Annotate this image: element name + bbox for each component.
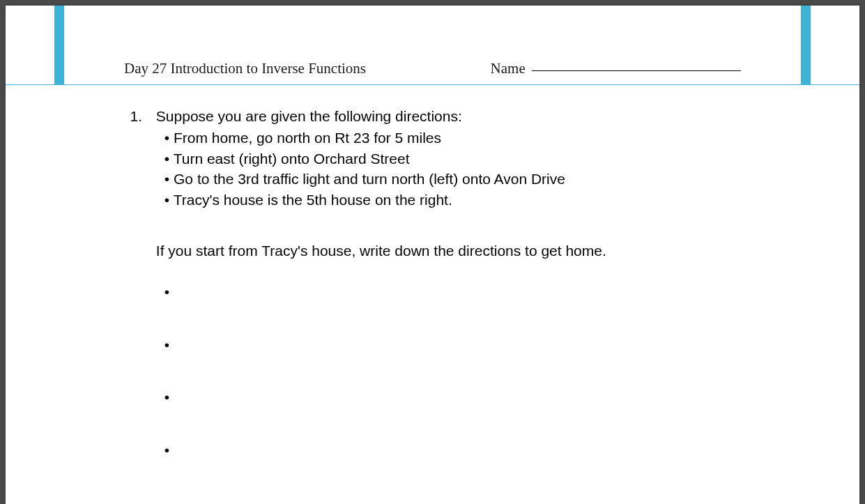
direction-text: Turn east (right) onto Orchard Street [174, 151, 410, 167]
question-body: Suppose you are given the following dire… [156, 106, 731, 504]
question-block: 1. Suppose you are given the following d… [124, 106, 741, 504]
answer-blank-bullet: • [164, 440, 731, 460]
accent-bar-left [54, 6, 64, 84]
header-section: Day 27 Introduction to Inverse Functions… [6, 6, 859, 85]
direction-list: • From home, go north on Rt 23 for 5 mil… [156, 128, 731, 210]
direction-item: • Tracy's house is the 5th house on the … [164, 190, 731, 210]
prompt-intro: Suppose you are given the following dire… [156, 106, 731, 126]
header-row: Day 27 Introduction to Inverse Functions… [54, 18, 811, 84]
answer-blank-bullet: • [164, 387, 731, 407]
document-title: Day 27 Introduction to Inverse Functions [124, 60, 491, 77]
question-number: 1. [124, 106, 152, 126]
direction-item: • From home, go north on Rt 23 for 5 mil… [164, 128, 731, 148]
name-blank-line [532, 70, 741, 71]
direction-text: Go to the 3rd traffic light and turn nor… [174, 171, 565, 187]
direction-text: From home, go north on Rt 23 for 5 miles [174, 130, 441, 146]
direction-item: • Turn east (right) onto Orchard Street [164, 148, 731, 169]
name-field: Name [491, 60, 741, 77]
accent-bar-right [801, 6, 811, 84]
answer-blank-list: • • • • [156, 282, 731, 460]
document-page: Day 27 Introduction to Inverse Functions… [6, 6, 859, 504]
direction-text: Tracy's house is the 5th house on the ri… [174, 192, 452, 208]
direction-item: • Go to the 3rd traffic light and turn n… [164, 169, 731, 189]
answer-blank-bullet: • [164, 282, 731, 302]
content-area: 1. Suppose you are given the following d… [6, 85, 859, 504]
reverse-prompt: If you start from Tracy's house, write d… [156, 240, 731, 261]
name-label: Name [491, 60, 526, 77]
answer-blank-bullet: • [164, 335, 731, 355]
